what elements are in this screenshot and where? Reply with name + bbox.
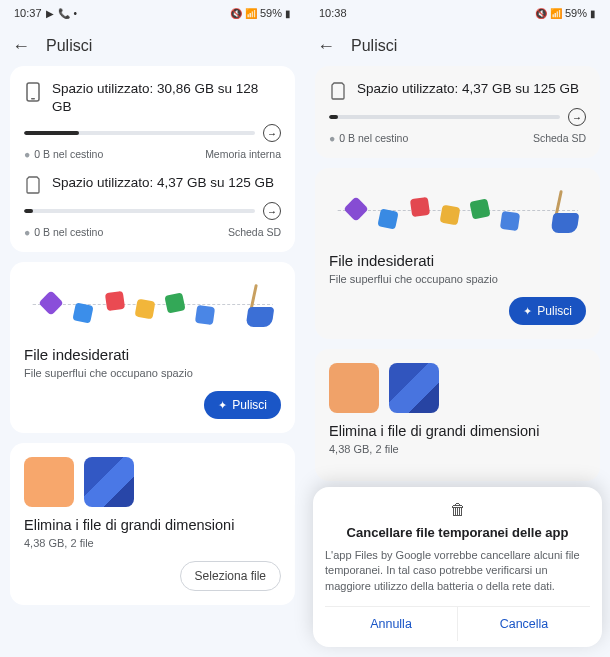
- phone-icon: 📞: [58, 8, 70, 19]
- large-files-title: Elimina i file di grandi dimensioni: [24, 517, 281, 533]
- large-files-card: Elimina i file di grandi dimensioni 4,38…: [10, 443, 295, 605]
- junk-title: File indesiderati: [24, 346, 281, 363]
- location-label: Scheda SD: [228, 226, 281, 238]
- storage-title: Spazio utilizzato: 4,37 GB su 125 GB: [357, 80, 586, 98]
- status-battery: 59%: [565, 7, 587, 19]
- battery-icon: ▮: [285, 8, 291, 19]
- dialog-body: L'app Files by Google vorrebbe cancellar…: [325, 548, 590, 594]
- broom-icon: [540, 188, 578, 233]
- junk-files-card: File indesiderati File superflui che occ…: [315, 168, 600, 339]
- youtube-icon: ▶: [46, 8, 54, 19]
- sparkle-icon: ✦: [218, 399, 227, 412]
- illustration: [24, 276, 281, 336]
- storage-progress: [24, 131, 255, 135]
- broom-icon: [235, 282, 273, 327]
- wifi-icon: 📶: [550, 8, 562, 19]
- location-label: Scheda SD: [533, 132, 586, 144]
- status-time: 10:38: [319, 7, 347, 19]
- sdcard-icon: [329, 82, 347, 100]
- large-files-title: Elimina i file di grandi dimensioni: [329, 423, 586, 439]
- storage-progress: [329, 115, 560, 119]
- junk-title: File indesiderati: [329, 252, 586, 269]
- junk-subtitle: File superflui che occupano spazio: [24, 367, 281, 379]
- junk-files-card: File indesiderati File superflui che occ…: [10, 262, 295, 433]
- screen-left: 10:37 ▶ 📞 • 🔇 📶 59% ▮ ← Pulisci Spazio u…: [0, 0, 305, 657]
- app-bar: ← Pulisci: [305, 26, 610, 66]
- storage-progress: [24, 209, 255, 213]
- trash-icon: 🗑: [325, 501, 590, 519]
- sparkle-icon: ✦: [523, 305, 532, 318]
- file-thumb[interactable]: [84, 457, 134, 507]
- svg-rect-1: [31, 98, 35, 100]
- dialog-title: Cancellare file temporanei delle app: [325, 525, 590, 540]
- select-files-button[interactable]: Seleziona file: [180, 561, 281, 591]
- large-files-card: Elimina i file di grandi dimensioni 4,38…: [315, 349, 600, 481]
- screen-right: 10:38 🔇 📶 59% ▮ ← Pulisci Spazio utilizz…: [305, 0, 610, 657]
- file-thumb[interactable]: [389, 363, 439, 413]
- storage-card: Spazio utilizzato: 30,86 GB su 128 GB → …: [10, 66, 295, 252]
- more-icon: •: [74, 8, 78, 19]
- storage-internal: Spazio utilizzato: 30,86 GB su 128 GB → …: [24, 80, 281, 160]
- back-arrow-icon[interactable]: ←: [12, 36, 30, 57]
- status-bar: 10:38 🔇 📶 59% ▮: [305, 0, 610, 26]
- phone-device-icon: [24, 82, 42, 102]
- sdcard-icon: [24, 176, 42, 194]
- location-label: Memoria interna: [205, 148, 281, 160]
- status-battery: 59%: [260, 7, 282, 19]
- wifi-icon: 📶: [245, 8, 257, 19]
- status-time: 10:37: [14, 7, 42, 19]
- trash-label: 0 B nel cestino: [34, 226, 103, 238]
- storage-title: Spazio utilizzato: 30,86 GB su 128 GB: [52, 80, 281, 116]
- clean-button[interactable]: ✦ Pulisci: [204, 391, 281, 419]
- status-bar: 10:37 ▶ 📞 • 🔇 📶 59% ▮: [0, 0, 305, 26]
- app-bar: ← Pulisci: [0, 26, 305, 66]
- storage-sdcard: Spazio utilizzato: 4,37 GB su 125 GB → ●…: [24, 174, 281, 238]
- trash-label: 0 B nel cestino: [339, 132, 408, 144]
- arrow-right-icon[interactable]: →: [263, 202, 281, 220]
- junk-subtitle: File superflui che occupano spazio: [329, 273, 586, 285]
- cancel-button[interactable]: Annulla: [325, 607, 457, 641]
- clean-button[interactable]: ✦ Pulisci: [509, 297, 586, 325]
- file-thumb[interactable]: [24, 457, 74, 507]
- battery-icon: ▮: [590, 8, 596, 19]
- page-title: Pulisci: [351, 37, 397, 55]
- storage-sdcard: Spazio utilizzato: 4,37 GB su 125 GB → ●…: [329, 80, 586, 144]
- arrow-right-icon[interactable]: →: [568, 108, 586, 126]
- storage-title: Spazio utilizzato: 4,37 GB su 125 GB: [52, 174, 281, 192]
- file-thumb[interactable]: [329, 363, 379, 413]
- mute-icon: 🔇: [535, 8, 547, 19]
- page-title: Pulisci: [46, 37, 92, 55]
- back-arrow-icon[interactable]: ←: [317, 36, 335, 57]
- trash-label: 0 B nel cestino: [34, 148, 103, 160]
- illustration: [329, 182, 586, 242]
- confirm-dialog: 🗑 Cancellare file temporanei delle app L…: [313, 487, 602, 647]
- large-files-subtitle: 4,38 GB, 2 file: [329, 443, 586, 455]
- large-files-subtitle: 4,38 GB, 2 file: [24, 537, 281, 549]
- storage-card: Spazio utilizzato: 4,37 GB su 125 GB → ●…: [315, 66, 600, 158]
- arrow-right-icon[interactable]: →: [263, 124, 281, 142]
- mute-icon: 🔇: [230, 8, 242, 19]
- confirm-button[interactable]: Cancella: [458, 607, 590, 641]
